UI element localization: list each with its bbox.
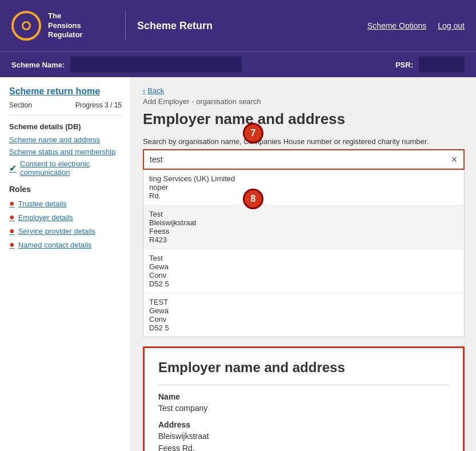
error-icon-named: ●	[9, 240, 15, 250]
search-hint: Search by organisation name, Companies H…	[143, 137, 465, 146]
breadcrumb: Add Employer - organisation search	[143, 97, 465, 106]
logo-text: The Pensions Regulator	[48, 11, 83, 41]
search-result-item[interactable]: Test Gewa Conv D52 5	[143, 249, 464, 293]
logout-link[interactable]: Log out	[438, 21, 465, 30]
sidebar-item-employer[interactable]: ● Employer details	[9, 212, 122, 222]
scheme-name-label: Scheme Name:	[11, 61, 65, 69]
logo-icon	[11, 11, 41, 41]
sidebar-item-named-contact[interactable]: ● Named contact details	[9, 240, 122, 250]
address-line1: Bleiswijkstraat	[158, 432, 209, 441]
error-icon-trustee: ●	[9, 198, 15, 209]
name-value: Test company	[158, 402, 449, 414]
sidebar-home-link[interactable]: Scheme return home	[9, 86, 122, 97]
search-input[interactable]	[144, 150, 445, 169]
psr-label: PSR:	[395, 61, 413, 69]
employer-card-title: Employer name and address	[158, 360, 449, 376]
name-label: Name	[158, 392, 449, 401]
main-header: The Pensions Regulator Scheme Return Sch…	[0, 0, 476, 51]
sidebar-item-consent[interactable]: ✔ Consent to electronic communication	[9, 159, 122, 177]
address-label: Address	[158, 420, 449, 429]
employer-card: Employer name and address Name Test comp…	[143, 346, 465, 451]
sub-header: Scheme Name: PSR:	[0, 51, 476, 77]
scheme-options-link[interactable]: Scheme Options	[367, 21, 427, 30]
address-value: Bleiswijkstraat Feess Rd. Bessemer City …	[158, 430, 449, 451]
main-content: 7 8 ‹ Back Add Employer - organisation s…	[131, 77, 476, 451]
sidebar-item-service-provider[interactable]: ● Service provider details	[9, 226, 122, 236]
card-divider	[158, 385, 449, 385]
search-clear-icon[interactable]: ✕	[445, 150, 463, 169]
logo-area: The Pensions Regulator	[11, 11, 126, 41]
step-7-badge: 7	[243, 123, 263, 143]
search-result-item[interactable]: TEST Gewa Conv D52 5	[143, 293, 464, 337]
header-links: Scheme Options Log out	[367, 21, 465, 30]
search-input-wrap: ✕	[143, 149, 465, 170]
back-link[interactable]: ‹ Back	[143, 86, 465, 95]
logo-inner-circle	[22, 21, 31, 30]
scheme-section-header: Scheme details (DB)	[9, 122, 122, 131]
search-results-dropdown: ting Services (UK) Limited noper Rd. Tes…	[143, 170, 465, 337]
scheme-name-value	[70, 57, 242, 73]
step-8-badge: 8	[243, 189, 263, 209]
search-result-item[interactable]: Test Bleiswijkstraat Feess R423	[143, 205, 464, 249]
sidebar-item-trustee[interactable]: ● Trustee details	[9, 198, 122, 209]
check-icon: ✔	[9, 163, 17, 174]
back-label: Back	[147, 86, 164, 95]
header-title: Scheme Return	[137, 20, 367, 32]
sidebar: Scheme return home Section Progress 3 / …	[0, 77, 131, 451]
progress-label: Progress 3 / 15	[75, 101, 122, 109]
back-chevron-icon: ‹	[143, 86, 145, 95]
error-icon-service: ●	[9, 226, 15, 236]
error-icon-employer: ●	[9, 212, 15, 222]
sidebar-roles: Roles ● Trustee details ● Employer detai…	[9, 185, 122, 250]
sidebar-item-scheme-name[interactable]: Scheme name and address	[9, 135, 122, 144]
section-label: Section	[9, 101, 32, 109]
sidebar-progress-row: Section Progress 3 / 15	[9, 101, 122, 115]
sidebar-item-scheme-status[interactable]: Scheme status and membership	[9, 147, 122, 156]
search-result-item[interactable]: ting Services (UK) Limited noper Rd.	[143, 170, 464, 205]
main-layout: Scheme return home Section Progress 3 / …	[0, 77, 476, 451]
roles-header: Roles	[9, 185, 122, 194]
address-line2: Feess Rd.	[158, 444, 195, 451]
psr-value	[419, 57, 465, 73]
page-title: Employer name and address	[143, 110, 465, 128]
